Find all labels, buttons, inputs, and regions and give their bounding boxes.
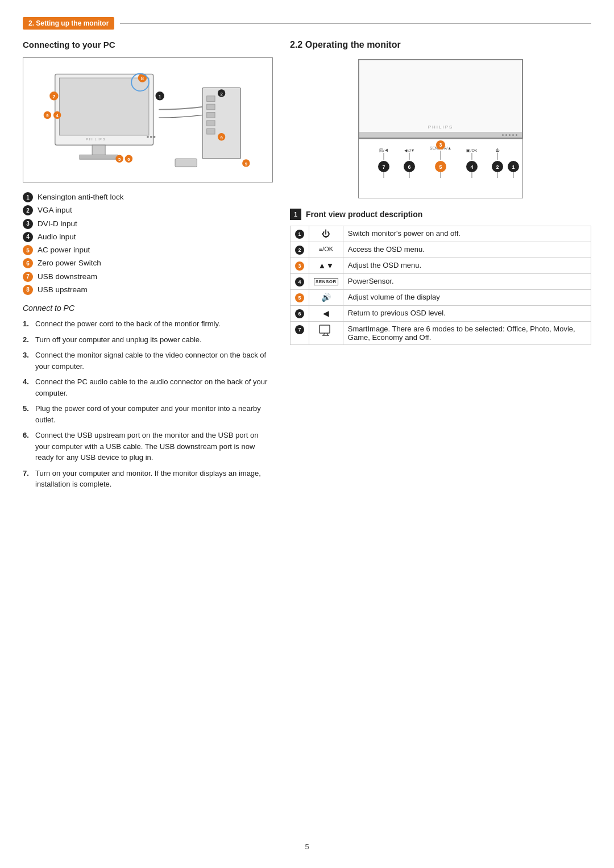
operating-title: 2.2 Operating the monitor [290, 40, 591, 50]
svg-rect-18 [207, 113, 215, 118]
svg-rect-19 [207, 121, 215, 126]
two-col-layout: Connecting to your PC PHILIPS [23, 40, 591, 495]
header-bar: 2. Setting up the monitor [23, 17, 591, 30]
row-5-icon: 🔊 [309, 290, 343, 306]
connection-item-7: 7 USB downstream [23, 271, 273, 283]
table-row-7: 7 SmartImage. There are 6 modes to be se… [291, 322, 591, 345]
bullet-6: 6 [23, 258, 33, 268]
svg-text:5: 5 [118, 157, 121, 162]
step-6: 6. Connect the USB upstream port on the … [23, 430, 273, 463]
table-row-3: 3 ▲▼ Adjust the OSD menu. [291, 258, 591, 274]
row-4-desc: PowerSensor. [343, 274, 591, 290]
svg-rect-65 [320, 325, 330, 333]
svg-text:1: 1 [159, 94, 161, 99]
svg-text:9: 9 [245, 161, 247, 167]
table-row-6: 6 ◀ Return to previous OSD level. [291, 306, 591, 322]
svg-rect-17 [207, 104, 215, 110]
svg-text:⏻: ⏻ [496, 148, 500, 152]
table-row-5: 5 🔊 Adjust volume of the display [291, 290, 591, 306]
svg-text:◀◁/▼: ◀◁/▼ [404, 148, 415, 152]
connection-item-8: 8 USB upstream [23, 284, 273, 296]
steps-list: 1. Connect the power cord to the back of… [23, 318, 273, 490]
step-1: 1. Connect the power cord to the back of… [23, 318, 273, 330]
num-badge-2: 2 [295, 246, 304, 255]
row-1-desc: Switch monitor's power on and off. [343, 226, 591, 242]
row-6-num: 6 [291, 306, 309, 322]
svg-rect-20 [207, 128, 215, 134]
row-5-num: 5 [291, 290, 309, 306]
volume-icon: 🔊 [321, 293, 331, 302]
description-table: 1 ⏻ Switch monitor's power on and off. 2… [290, 226, 591, 345]
right-column: 2.2 Operating the monitor PHILIPS [290, 40, 591, 495]
svg-text:▣/OK: ▣/OK [466, 148, 477, 152]
monitor-front-diagram: PHILIPS 回/◀ [290, 59, 591, 198]
monitor-dot-1 [502, 134, 504, 136]
header-tab: 2. Setting up the monitor [23, 17, 114, 30]
diagram-svg: PHILIPS 7 8 1 [30, 66, 265, 175]
bullet-4: 4 [23, 232, 33, 242]
step-2: 2. Turn off your computer and unplug its… [23, 334, 273, 346]
svg-point-5 [147, 136, 149, 138]
bullet-3: 3 [23, 219, 33, 229]
num-badge-6: 6 [295, 309, 304, 318]
connection-item-2: 2 VGA input [23, 205, 273, 216]
bullet-7: 7 [23, 272, 33, 282]
table-row-4: 4 SENSOR PowerSensor. [291, 274, 591, 290]
left-column: Connecting to your PC PHILIPS [23, 40, 273, 495]
svg-text:6: 6 [127, 157, 130, 162]
connect-pc-title: Connect to PC [23, 304, 273, 313]
row-1-icon: ⏻ [309, 226, 343, 242]
button-num-3: 3 [436, 140, 445, 149]
bullet-2: 2 [23, 205, 33, 215]
step-4: 4. Connect the PC audio cable to the aud… [23, 376, 273, 398]
monitor-dot-2 [505, 134, 507, 136]
svg-text:2: 2 [220, 92, 222, 97]
menu-ok-icon: ≡/OK [319, 246, 333, 252]
row-7-icon [309, 322, 343, 345]
row-7-desc: SmartImage. There are 6 modes to be sele… [343, 322, 591, 345]
page-number: 5 [305, 842, 309, 851]
left-section-title: Connecting to your PC [23, 40, 273, 49]
table-row-2: 2 ≡/OK Access the OSD menu. [291, 242, 591, 258]
num-badge-4: 4 [295, 277, 304, 286]
svg-text:7: 7 [382, 164, 385, 170]
num-badge-7: 7 [295, 325, 304, 334]
row-6-icon: ◀ [309, 306, 343, 322]
monitor-dot-5 [516, 134, 517, 136]
svg-text:6: 6 [408, 164, 410, 170]
bullet-8: 8 [23, 285, 33, 295]
section-badge: 1 [290, 209, 301, 220]
page-container: 2. Setting up the monitor Connecting to … [0, 0, 614, 868]
svg-rect-25 [175, 159, 197, 167]
monitor-dot-3 [509, 134, 511, 136]
row-1-num: 1 [291, 226, 309, 242]
row-4-icon: SENSOR [309, 274, 343, 290]
monitor-bottom-bar [359, 132, 522, 138]
power-icon: ⏻ [322, 229, 330, 238]
num-badge-5: 5 [295, 293, 304, 302]
num-badge-3: 3 [295, 261, 304, 271]
bullet-5: 5 [23, 245, 33, 255]
svg-text:8: 8 [141, 76, 144, 81]
svg-text:2: 2 [496, 164, 499, 170]
connection-item-5: 5 AC power input [23, 244, 273, 256]
svg-text:9: 9 [46, 113, 48, 118]
monitor-dots [502, 134, 517, 136]
svg-point-7 [154, 136, 156, 138]
connection-item-3: 3 DVI-D input [23, 218, 273, 230]
svg-text:7: 7 [52, 94, 55, 99]
monitor-dot-4 [512, 134, 514, 136]
num-badge-1: 1 [295, 230, 304, 239]
row-4-num: 4 [291, 274, 309, 290]
row-3-desc: Adjust the OSD menu. [343, 258, 591, 274]
row-3-num: 3 [291, 258, 309, 274]
row-6-desc: Return to previous OSD level. [343, 306, 591, 322]
row-2-icon: ≡/OK [309, 242, 343, 258]
monitor-brand: PHILIPS [428, 124, 454, 130]
connection-item-4: 4 Audio input [23, 231, 273, 243]
row-2-desc: Access the OSD menu. [343, 242, 591, 258]
svg-text:1: 1 [512, 164, 515, 170]
updown-icon: ▲▼ [318, 261, 334, 270]
product-desc-title: 1 Front view product description [290, 209, 591, 220]
row-3-icon: ▲▼ [309, 258, 343, 274]
